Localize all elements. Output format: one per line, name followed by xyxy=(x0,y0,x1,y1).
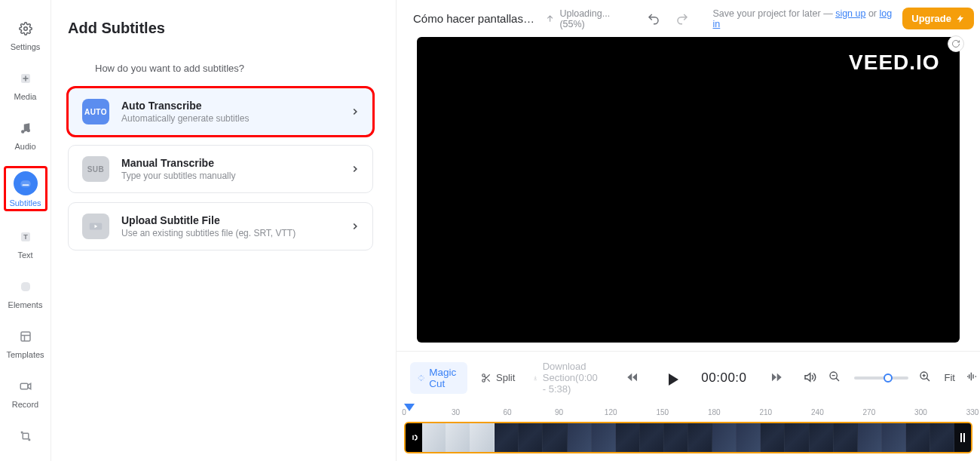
track-handle-right[interactable] xyxy=(954,423,971,452)
sidebar-label: Media xyxy=(14,92,37,101)
zoom-in-button[interactable] xyxy=(919,370,934,386)
clip-thumbnail xyxy=(543,423,567,452)
timeline-ruler: 0306090120150180210240270300330 xyxy=(404,407,972,420)
svg-rect-9 xyxy=(21,332,30,341)
clip-thumbnail xyxy=(930,423,954,452)
chevron-right-icon xyxy=(350,221,360,232)
layout-icon xyxy=(15,326,36,347)
ruler-tick: 0 xyxy=(402,408,406,416)
option-title: Auto Transcribe xyxy=(121,100,338,112)
video-clip[interactable] xyxy=(422,423,954,452)
refresh-icon[interactable] xyxy=(948,35,964,52)
option-title: Upload Subtitle File xyxy=(121,214,338,226)
video-track[interactable] xyxy=(404,422,972,453)
save-prompt-prefix: Save your project for later — xyxy=(713,8,833,19)
clip-thumbnail xyxy=(592,423,616,452)
clip-thumbnail xyxy=(858,423,882,452)
clip-thumbnail xyxy=(761,423,785,452)
signup-link[interactable]: sign up xyxy=(835,8,865,19)
upgrade-button[interactable]: Upgrade xyxy=(902,8,974,29)
zoom-out-button[interactable] xyxy=(828,370,844,386)
track-handle-left[interactable] xyxy=(406,423,422,452)
option-auto-transcribe[interactable]: AUTO Auto Transcribe Automatically gener… xyxy=(68,88,373,136)
clip-thumbnail xyxy=(568,423,592,452)
ruler-tick: 270 xyxy=(863,408,876,416)
sidebar-item-subtitles[interactable]: Subtitles xyxy=(4,166,47,211)
option-manual-transcribe[interactable]: SUB Manual Transcribe Type your subtitle… xyxy=(68,145,373,193)
chevron-right-icon xyxy=(350,106,360,117)
playback-controls: 00:00:0 xyxy=(626,370,784,386)
svg-text:T: T xyxy=(23,233,28,241)
svg-rect-11 xyxy=(23,433,29,439)
zoom-slider[interactable] xyxy=(854,376,908,380)
clip-thumbnail xyxy=(834,423,858,452)
skip-forward-button[interactable] xyxy=(770,370,785,386)
sidebar-item-text[interactable]: T Text xyxy=(4,225,47,261)
waveform-button[interactable] xyxy=(966,370,980,386)
download-icon xyxy=(533,373,537,383)
split-button[interactable]: Split xyxy=(476,369,519,386)
svg-rect-8 xyxy=(21,282,30,291)
ruler-tick: 180 xyxy=(708,408,721,416)
sidebar-label: Subtitles xyxy=(9,198,41,207)
video-preview[interactable]: VEED.IO xyxy=(417,37,959,343)
camera-icon xyxy=(15,376,36,397)
volume-button[interactable] xyxy=(803,370,818,386)
clip-thumbnail xyxy=(470,423,495,452)
ruler-tick: 300 xyxy=(914,408,927,416)
svg-rect-5 xyxy=(22,185,29,186)
sparkle-icon xyxy=(418,373,424,383)
sidebar-item-audio[interactable]: Audio xyxy=(4,116,47,152)
video-preview-area: VEED.IO xyxy=(397,37,980,351)
clip-thumbnail xyxy=(785,423,809,452)
file-badge-icon xyxy=(82,214,109,239)
ruler-tick: 90 xyxy=(555,408,563,416)
timecode: 00:00:0 xyxy=(701,370,746,386)
sidebar-item-record[interactable]: Record xyxy=(4,374,47,410)
skip-back-button[interactable] xyxy=(626,370,641,386)
clip-thumbnail xyxy=(688,423,712,452)
undo-button[interactable] xyxy=(644,9,663,29)
svg-point-16 xyxy=(482,373,485,376)
download-section-button[interactable]: Download Section(0:00 - 5:38) xyxy=(528,358,608,398)
upgrade-label: Upgrade xyxy=(911,13,951,24)
fit-button[interactable]: Fit xyxy=(945,372,955,383)
save-prompt: Save your project for later — sign up or… xyxy=(713,8,893,29)
panel-question: How do you want to add subtitles? xyxy=(95,63,373,74)
sidebar-item-settings[interactable]: Settings xyxy=(4,17,47,53)
or-text: or xyxy=(868,8,877,19)
clip-thumbnail xyxy=(906,423,930,452)
option-desc: Type your subtitles manually xyxy=(121,171,338,181)
option-desc: Use an existing subtitles file (eg. SRT,… xyxy=(121,228,338,238)
svg-point-17 xyxy=(482,379,485,382)
shapes-icon xyxy=(15,276,36,297)
download-section-label: Download Section(0:00 - 5:38) xyxy=(543,361,604,395)
clip-thumbnail xyxy=(737,423,761,452)
sidebar-item-media[interactable]: Media xyxy=(4,66,47,103)
project-title[interactable]: Cómo hacer pantallas fi... xyxy=(413,12,534,25)
left-sidebar: Settings Media Audio Subtitles T Text xyxy=(0,0,51,461)
sidebar-item-resize[interactable] xyxy=(4,424,47,448)
clip-thumbnail xyxy=(422,423,446,452)
redo-button[interactable] xyxy=(673,9,692,29)
svg-rect-22 xyxy=(960,433,962,442)
sidebar-label: Record xyxy=(12,400,38,409)
sidebar-item-elements[interactable]: Elements xyxy=(4,275,47,311)
play-button[interactable] xyxy=(663,370,678,386)
upload-status-text: Uploading... (55%) xyxy=(559,8,633,29)
svg-rect-23 xyxy=(963,433,965,442)
svg-point-0 xyxy=(23,27,27,31)
text-icon: T xyxy=(15,226,36,247)
ruler-tick: 330 xyxy=(966,408,979,416)
magic-cut-button[interactable]: Magic Cut xyxy=(410,362,467,394)
timeline[interactable]: 0306090120150180210240270300330 xyxy=(397,404,980,461)
option-upload-subtitle-file[interactable]: Upload Subtitle File Use an existing sub… xyxy=(68,202,373,250)
sidebar-item-templates[interactable]: Templates xyxy=(4,324,47,361)
auto-badge-icon: AUTO xyxy=(82,99,109,124)
bottom-toolbar: Magic Cut Split Download Section(0:00 - … xyxy=(397,351,980,404)
topbar: Cómo hacer pantallas fi... Uploading... … xyxy=(397,0,980,37)
brand-watermark: VEED.IO xyxy=(849,51,940,75)
split-label: Split xyxy=(496,372,515,383)
sidebar-label: Templates xyxy=(6,350,44,359)
sidebar-label: Settings xyxy=(11,42,41,51)
